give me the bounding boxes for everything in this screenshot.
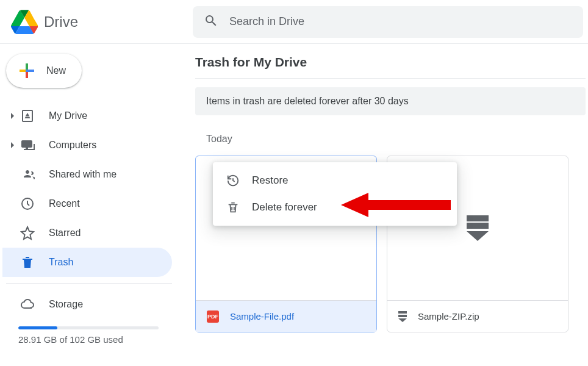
app-title: Drive [44,13,78,30]
file-name: Sample-File.pdf [230,311,294,321]
expand-icon [7,142,17,148]
file-card[interactable]: PDF Sample-File.pdf Restore Dele [195,156,377,332]
logo-section[interactable]: Drive [11,9,193,35]
new-button[interactable]: New [6,54,82,88]
plus-icon [16,60,38,82]
menu-item-restore[interactable]: Restore [213,167,457,194]
info-banner: Items in trash are deleted forever after… [195,87,586,115]
sidebar-item-label: Starred [49,228,81,239]
sidebar-item-shared[interactable]: Shared with me [2,160,172,189]
file-footer: Sample-ZIP.zip [387,300,568,332]
zip-preview-icon [467,215,489,241]
sidebar-item-recent[interactable]: Recent [2,189,172,218]
file-grid: PDF Sample-File.pdf Restore Dele [195,156,588,332]
menu-label: Restore [252,174,289,187]
sidebar: New My Drive Computers Shar [0,44,182,366]
shared-icon [20,167,35,182]
file-name: Sample-ZIP.zip [418,311,479,321]
sidebar-item-computers[interactable]: Computers [2,131,172,160]
sidebar-item-label: My Drive [49,110,87,121]
sidebar-item-label: Storage [49,299,83,310]
menu-item-delete-forever[interactable]: Delete forever [213,194,457,221]
drive-logo-icon [11,9,38,35]
storage-text: 28.91 GB of 102 GB used [18,334,172,345]
delete-forever-icon [226,201,240,214]
sidebar-item-trash[interactable]: Trash [2,248,172,277]
svg-rect-1 [398,311,407,314]
nav-divider [6,283,172,284]
sidebar-item-label: Shared with me [49,169,117,180]
header: Drive [0,0,588,44]
page-title: Trash for My Drive [195,55,586,79]
star-icon [20,225,35,241]
main-content: Trash for My Drive Items in trash are de… [182,44,588,366]
drive-icon [20,108,35,124]
sidebar-item-my-drive[interactable]: My Drive [2,101,172,131]
search-input[interactable] [229,15,572,28]
sidebar-item-starred[interactable]: Starred [2,218,172,248]
search-bar[interactable] [193,6,583,38]
storage-bar [18,326,159,329]
section-label: Today [206,134,588,145]
sidebar-item-label: Computers [49,140,96,151]
menu-label: Delete forever [252,201,317,214]
search-icon [204,13,218,30]
new-button-label: New [46,65,66,76]
sidebar-item-storage[interactable]: Storage [2,290,172,319]
sidebar-item-label: Recent [49,198,80,209]
sidebar-item-label: Trash [49,257,73,268]
context-menu: Restore Delete forever [213,162,457,226]
expand-icon [7,113,17,119]
trash-icon [20,254,35,270]
computers-icon [20,137,35,153]
recent-icon [20,196,35,212]
restore-icon [226,174,240,187]
file-footer: PDF Sample-File.pdf [196,300,376,332]
cloud-icon [20,296,35,312]
svg-rect-2 [398,315,407,317]
pdf-icon: PDF [207,310,219,323]
zip-icon [398,311,407,322]
